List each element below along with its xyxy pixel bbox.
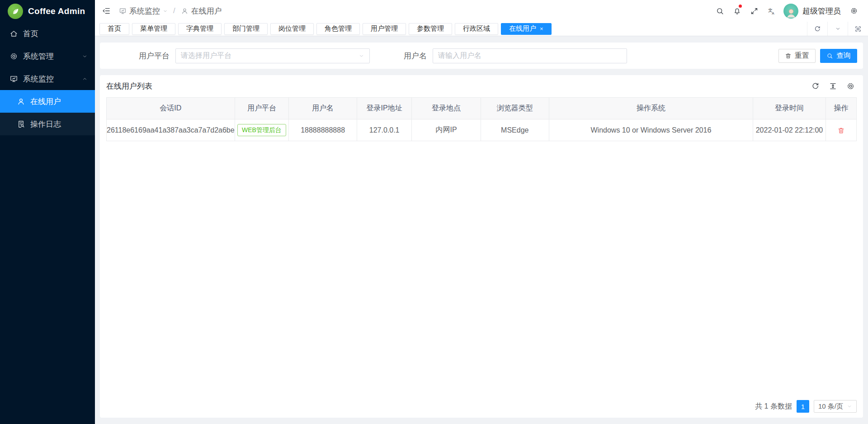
chevron-down-icon xyxy=(359,53,364,59)
user-name[interactable]: 超级管理员 xyxy=(802,6,841,16)
tab-online-users[interactable]: 在线用户 × xyxy=(501,23,552,35)
table-row: 26118e6169aa41a387aa3ca7a7d2a6be WEB管理后台… xyxy=(107,119,857,141)
page-size-select[interactable]: 10 条/页 xyxy=(814,400,857,413)
app-title: Coffee Admin xyxy=(28,6,85,16)
panel-header: 在线用户列表 xyxy=(106,75,857,97)
gear-icon[interactable] xyxy=(845,0,863,22)
chevron-down-icon[interactable] xyxy=(827,22,848,36)
tab-dept-mgmt[interactable]: 部门管理 xyxy=(224,23,268,35)
gear-icon[interactable] xyxy=(846,82,855,91)
chevron-down-icon xyxy=(163,9,168,14)
username-filter-group: 用户名 xyxy=(404,48,627,63)
tabs: 首页 菜单管理 字典管理 部门管理 岗位管理 角色管理 用户管理 参数管理 行政… xyxy=(99,23,552,35)
sidebar-item-label: 系统管理 xyxy=(23,51,77,62)
svg-text:A: A xyxy=(772,11,774,15)
page-content: 用户平台 请选择用户平台 用户名 重置 xyxy=(95,36,868,424)
tab-label: 参数管理 xyxy=(417,24,444,33)
tab-role-mgmt[interactable]: 角色管理 xyxy=(316,23,360,35)
sidebar-item-label: 在线用户 xyxy=(30,96,88,107)
tab-label: 角色管理 xyxy=(325,24,352,33)
tab-user-mgmt[interactable]: 用户管理 xyxy=(363,23,406,35)
col-platform: 用户平台 xyxy=(235,98,288,119)
translate-icon[interactable]: 文A xyxy=(763,0,780,22)
page-1-button[interactable]: 1 xyxy=(797,400,809,413)
col-browser: 浏览器类型 xyxy=(481,98,549,119)
tab-bar: 首页 菜单管理 字典管理 部门管理 岗位管理 角色管理 用户管理 参数管理 行政… xyxy=(95,22,868,36)
tab-label: 行政区域 xyxy=(463,24,490,33)
cell-platform: WEB管理后台 xyxy=(235,119,288,141)
search-icon xyxy=(826,52,833,59)
search-icon[interactable] xyxy=(711,0,728,22)
pagination: 共 1 条数据 1 10 条/页 xyxy=(755,400,857,413)
log-search-icon xyxy=(17,120,25,129)
breadcrumb-parent[interactable]: 系统监控 xyxy=(119,6,168,16)
tab-menu-mgmt[interactable]: 菜单管理 xyxy=(132,23,175,35)
sidebar-item-op-logs[interactable]: 操作日志 xyxy=(0,113,95,135)
col-username: 用户名 xyxy=(289,98,357,119)
refresh-icon[interactable] xyxy=(807,22,827,36)
tab-label: 首页 xyxy=(108,24,121,33)
col-actions: 操作 xyxy=(826,98,856,119)
sidebar-item-online-users[interactable]: 在线用户 xyxy=(0,90,95,113)
tab-param-mgmt[interactable]: 参数管理 xyxy=(409,23,452,35)
search-button[interactable]: 查询 xyxy=(820,49,857,63)
sidebar-item-system-monitor[interactable]: 系统监控 xyxy=(0,67,95,90)
cell-actions xyxy=(826,119,856,141)
tab-admin-region[interactable]: 行政区域 xyxy=(455,23,498,35)
notification-dot xyxy=(739,5,742,8)
col-login-ip: 登录IP地址 xyxy=(357,98,412,119)
tab-dict-mgmt[interactable]: 字典管理 xyxy=(178,23,222,35)
username-input[interactable] xyxy=(433,48,627,63)
sidebar-item-label: 首页 xyxy=(23,29,88,39)
platform-filter-group: 用户平台 请选择用户平台 xyxy=(139,48,370,63)
maximize-icon[interactable] xyxy=(848,22,868,36)
platform-tag: WEB管理后台 xyxy=(237,124,286,136)
sidebar-submenu-monitor: 在线用户 操作日志 xyxy=(0,90,95,135)
tab-post-mgmt[interactable]: 岗位管理 xyxy=(270,23,314,35)
tab-home[interactable]: 首页 xyxy=(99,23,129,35)
table-header-row: 会话ID 用户平台 用户名 登录IP地址 登录地点 浏览器类型 操作系统 登录时… xyxy=(107,98,857,119)
platform-select-placeholder: 请选择用户平台 xyxy=(181,51,231,61)
column-height-icon[interactable] xyxy=(829,82,837,91)
pagination-total: 共 1 条数据 xyxy=(755,402,792,411)
chevron-down-icon xyxy=(847,404,852,409)
sidebar-item-label: 操作日志 xyxy=(30,119,88,129)
online-users-panel: 在线用户列表 会话ID xyxy=(100,75,863,418)
app-root: Coffee Admin 首页 系统管理 系统监控 在线用户 xyxy=(0,0,868,424)
leaf-logo-icon xyxy=(8,4,23,19)
search-button-label: 查询 xyxy=(836,51,851,61)
tab-label: 岗位管理 xyxy=(278,24,306,33)
cell-login-ip: 127.0.0.1 xyxy=(357,119,412,141)
chevron-down-icon xyxy=(82,53,88,59)
tab-label: 部门管理 xyxy=(232,24,259,33)
avatar[interactable] xyxy=(783,4,798,19)
fullscreen-icon[interactable] xyxy=(745,0,763,22)
gear-icon xyxy=(9,52,18,61)
collapse-sidebar-icon[interactable] xyxy=(102,6,111,15)
breadcrumb: 系统监控 / 在线用户 xyxy=(119,6,222,16)
tab-label: 用户管理 xyxy=(371,24,398,33)
app-logo[interactable]: Coffee Admin xyxy=(0,0,95,22)
username-label: 用户名 xyxy=(404,51,427,61)
col-login-location: 登录地点 xyxy=(412,98,481,119)
cell-login-time: 2022-01-02 22:12:00 xyxy=(753,119,826,141)
header-actions: 文A 超级管理员 xyxy=(711,0,863,22)
bell-icon[interactable] xyxy=(728,0,745,22)
sidebar: Coffee Admin 首页 系统管理 系统监控 在线用户 xyxy=(0,0,95,424)
refresh-icon[interactable] xyxy=(811,82,820,91)
filter-card: 用户平台 请选择用户平台 用户名 重置 xyxy=(100,43,863,69)
close-icon[interactable]: × xyxy=(540,26,543,32)
platform-select[interactable]: 请选择用户平台 xyxy=(175,48,370,63)
breadcrumb-current: 在线用户 xyxy=(181,6,222,16)
reset-button[interactable]: 重置 xyxy=(778,49,816,63)
col-login-time: 登录时间 xyxy=(753,98,826,119)
delete-row-button[interactable] xyxy=(837,127,845,134)
tab-controls xyxy=(807,22,868,36)
cell-os: Windows 10 or Windows Server 2016 xyxy=(549,119,753,141)
table-tools xyxy=(811,82,857,91)
breadcrumb-separator: / xyxy=(173,6,175,15)
cell-login-location: 内网IP xyxy=(412,119,481,141)
trash-icon xyxy=(785,52,792,59)
sidebar-item-system-mgmt[interactable]: 系统管理 xyxy=(0,45,95,67)
sidebar-item-home[interactable]: 首页 xyxy=(0,22,95,45)
